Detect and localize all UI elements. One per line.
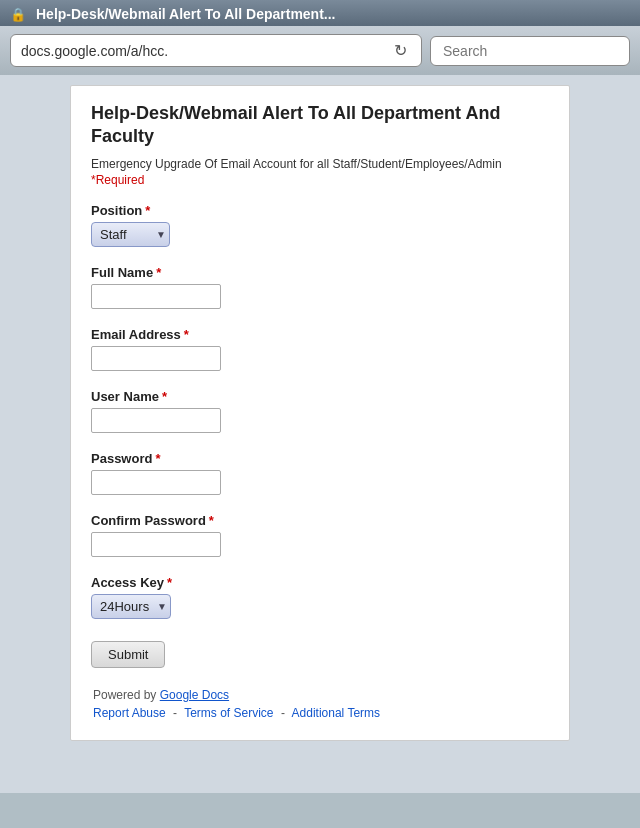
terms-of-service-link[interactable]: Terms of Service <box>184 706 273 720</box>
page-content: Help-Desk/Webmail Alert To All Departmen… <box>0 75 640 793</box>
email-input[interactable] <box>91 346 221 371</box>
search-input[interactable] <box>430 36 630 66</box>
browser-title: Help-Desk/Webmail Alert To All Departmen… <box>36 6 630 22</box>
submit-button[interactable]: Submit <box>91 641 165 668</box>
form-card: Help-Desk/Webmail Alert To All Departmen… <box>70 85 570 741</box>
footer-links: Report Abuse - Terms of Service - Additi… <box>91 706 549 720</box>
required-star-email: * <box>184 327 189 342</box>
separator-2: - <box>281 706 285 720</box>
password-group: Password* <box>91 451 549 495</box>
lock-icon: 🔒 <box>10 7 26 22</box>
powered-by: Powered by Google Docs <box>91 688 549 702</box>
access-key-label: Access Key* <box>91 575 549 590</box>
form-title: Help-Desk/Webmail Alert To All Departmen… <box>91 102 549 149</box>
reload-button[interactable]: ↻ <box>390 41 411 60</box>
required-star-access: * <box>167 575 172 590</box>
address-text: docs.google.com/a/hcc. <box>21 43 168 59</box>
required-star-password: * <box>155 451 160 466</box>
confirm-password-input[interactable] <box>91 532 221 557</box>
password-input[interactable] <box>91 470 221 495</box>
confirm-password-group: Confirm Password* <box>91 513 549 557</box>
additional-terms-link[interactable]: Additional Terms <box>292 706 381 720</box>
password-label: Password* <box>91 451 549 466</box>
position-select[interactable]: Staff Faculty Admin Student <box>91 222 170 247</box>
fullname-label: Full Name* <box>91 265 549 280</box>
browser-titlebar: 🔒 Help-Desk/Webmail Alert To All Departm… <box>0 0 640 26</box>
fullname-input[interactable] <box>91 284 221 309</box>
access-key-group: Access Key* 24Hours 48Hours 72Hours ▼ <box>91 575 549 619</box>
access-key-select[interactable]: 24Hours 48Hours 72Hours <box>91 594 171 619</box>
position-group: Position* Staff Faculty Admin Student ▼ <box>91 203 549 247</box>
position-label: Position* <box>91 203 549 218</box>
email-label: Email Address* <box>91 327 549 342</box>
fullname-group: Full Name* <box>91 265 549 309</box>
form-subtitle: Emergency Upgrade Of Email Account for a… <box>91 157 549 171</box>
username-input[interactable] <box>91 408 221 433</box>
username-group: User Name* <box>91 389 549 433</box>
browser-toolbar: docs.google.com/a/hcc. ↻ <box>0 26 640 75</box>
separator-1: - <box>173 706 177 720</box>
required-star: * <box>145 203 150 218</box>
address-bar[interactable]: docs.google.com/a/hcc. ↻ <box>10 34 422 67</box>
required-note: *Required <box>91 173 549 187</box>
report-abuse-link[interactable]: Report Abuse <box>93 706 166 720</box>
username-label: User Name* <box>91 389 549 404</box>
required-star-fullname: * <box>156 265 161 280</box>
required-star-confirm: * <box>209 513 214 528</box>
email-group: Email Address* <box>91 327 549 371</box>
confirm-password-label: Confirm Password* <box>91 513 549 528</box>
position-select-wrapper: Staff Faculty Admin Student ▼ <box>91 222 170 247</box>
access-key-select-wrapper: 24Hours 48Hours 72Hours ▼ <box>91 594 171 619</box>
google-docs-link[interactable]: Google Docs <box>160 688 229 702</box>
required-star-username: * <box>162 389 167 404</box>
